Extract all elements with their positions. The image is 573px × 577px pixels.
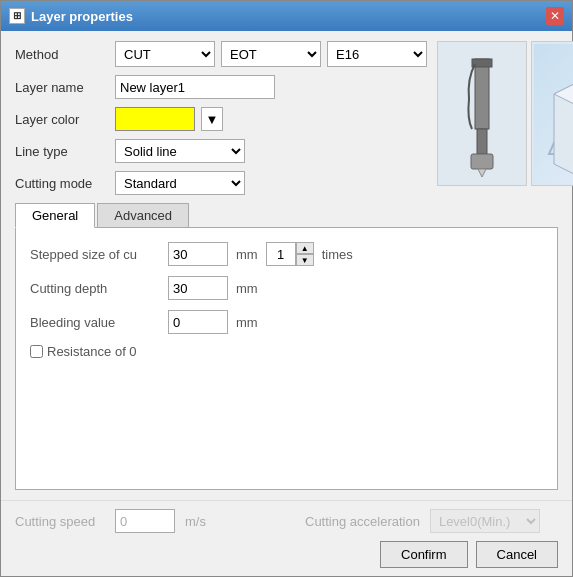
line-type-label: Line type [15,144,105,159]
dropdown-arrow-icon: ▼ [206,112,219,127]
bleeding-value-input[interactable] [168,310,228,334]
cutting-accel-select: Level0(Min.) [430,509,540,533]
times-label: times [322,247,353,262]
model-svg [534,44,574,184]
cutting-depth-label: Cutting depth [30,281,160,296]
cutting-mode-label: Cutting mode [15,176,105,191]
layer-properties-dialog: ⊞ Layer properties ✕ Method CUT EOT [0,0,573,577]
cutting-depth-row: Cutting depth mm [30,276,543,300]
stepped-mm-label: mm [236,247,258,262]
svg-rect-2 [477,129,487,154]
bleeding-value-label: Bleeding value [30,315,160,330]
cutting-mode-select[interactable]: Standard [115,171,245,195]
dialog-title: Layer properties [31,9,133,24]
color-dropdown[interactable]: ▼ [201,107,223,131]
resistance-row: Resistance of 0 [30,344,543,359]
left-form: Method CUT EOT E16 L [15,41,427,195]
tab-general[interactable]: General [15,203,95,228]
cutting-mode-row: Cutting mode Standard [15,171,427,195]
method-select[interactable]: CUT [115,41,215,67]
cutter-svg [447,49,517,179]
cutter-preview [437,41,527,186]
close-button[interactable]: ✕ [546,7,564,25]
spinner-buttons: ▲ ▼ [296,242,314,266]
line-type-row: Line type Solid line [15,139,427,163]
model-preview: ! [531,41,573,186]
spinner-down-button[interactable]: ▼ [296,254,314,266]
cutting-speed-row: Cutting speed m/s Cutting acceleration L… [15,509,558,533]
preview-area: ! [437,41,573,195]
eot-select[interactable]: EOT [221,41,321,67]
color-control: ▼ [115,107,223,131]
resistance-checkbox[interactable] [30,345,43,358]
stepped-size-label: Stepped size of cu [30,247,160,262]
method-row: Method CUT EOT E16 [15,41,427,67]
layer-color-label: Layer color [15,112,105,127]
tab-headers: General Advanced [15,203,558,228]
title-bar-left: ⊞ Layer properties [9,8,133,24]
cancel-button[interactable]: Cancel [476,541,558,568]
dialog-body: Method CUT EOT E16 L [1,31,572,500]
cutting-speed-input [115,509,175,533]
stepped-size-input[interactable] [168,242,228,266]
cutting-speed-unit: m/s [185,514,275,529]
color-swatch[interactable] [115,107,195,131]
line-type-select[interactable]: Solid line [115,139,245,163]
svg-rect-3 [471,154,493,169]
cutting-accel-label: Cutting acceleration [305,514,420,529]
confirm-button[interactable]: Confirm [380,541,468,568]
bleeding-mm: mm [236,315,258,330]
upper-section: Method CUT EOT E16 L [15,41,558,195]
method-label: Method [15,47,105,62]
layer-name-input[interactable] [115,75,275,99]
resistance-label: Resistance of 0 [47,344,137,359]
cutting-depth-input[interactable] [168,276,228,300]
svg-rect-0 [475,59,489,129]
bleeding-value-row: Bleeding value mm [30,310,543,334]
times-spinner: ▲ ▼ [266,242,314,266]
cutting-speed-label: Cutting speed [15,514,105,529]
tabs-section: General Advanced Stepped size of cu mm ▲… [15,203,558,490]
tab-content-general: Stepped size of cu mm ▲ ▼ times Cutting … [15,228,558,490]
cutting-depth-mm: mm [236,281,258,296]
stepped-size-row: Stepped size of cu mm ▲ ▼ times [30,242,543,266]
buttons-row: Confirm Cancel [15,541,558,568]
tab-advanced[interactable]: Advanced [97,203,189,227]
spinner-up-button[interactable]: ▲ [296,242,314,254]
dialog-icon: ⊞ [9,8,25,24]
svg-marker-4 [478,169,486,177]
layer-name-label: Layer name [15,80,105,95]
title-bar: ⊞ Layer properties ✕ [1,1,572,31]
times-input[interactable] [266,242,296,266]
bottom-section: Cutting speed m/s Cutting acceleration L… [1,500,572,576]
method-selects: CUT EOT E16 [115,41,427,67]
layer-color-row: Layer color ▼ [15,107,427,131]
e16-select[interactable]: E16 [327,41,427,67]
layer-name-row: Layer name [15,75,427,99]
